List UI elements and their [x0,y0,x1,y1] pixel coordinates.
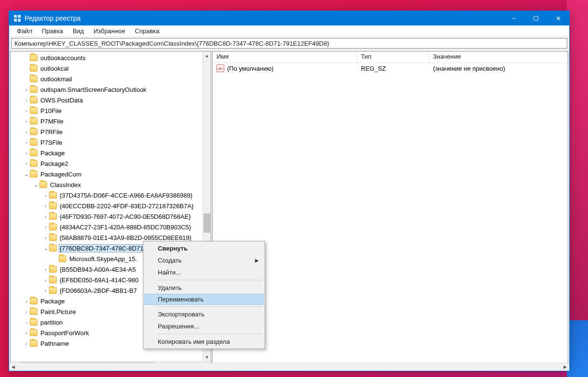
chevron-down-icon[interactable]: ⌄ [23,172,30,177]
tree-node[interactable]: ›{46F7D930-7697-4072-AC90-0E5D68D768AE} [11,211,211,222]
tree-node[interactable]: ⌄PackagedCom [11,169,211,179]
titlebar[interactable]: Редактор реестра − ☐ ✕ [9,11,569,25]
tree-node[interactable]: ›P7RFile [11,126,211,137]
tree-node-label: P7MFile [39,118,64,125]
context-menu-item[interactable]: Экспортировать [144,308,264,320]
tree-node-label: {40ECCDBB-2202-4FDF-83ED-272187326B7A} [59,202,194,210]
submenu-arrow-icon: ▶ [255,258,259,263]
tree-node-label: Paint.Picture [39,308,77,315]
menu-file[interactable]: Файл [12,26,37,36]
scroll-down-icon[interactable]: ▼ [203,353,211,361]
tree-node[interactable]: ›P7SFile [11,137,211,148]
menu-separator [158,334,263,334]
chevron-right-icon[interactable]: › [23,98,30,103]
value-name: (По умолчанию) [227,65,274,72]
folder-icon [30,54,38,61]
chevron-right-icon[interactable]: › [42,267,49,272]
chevron-down-icon[interactable]: ⌄ [33,182,39,188]
chevron-right-icon[interactable]: › [23,320,30,325]
folder-icon [30,65,38,72]
tree-node-label: outlookaccounts [39,54,87,62]
folder-icon [30,171,38,177]
tree-node-label: {FD06603A-2BDF-4BB1-B7 [59,287,138,294]
values-header: Имя Тип Значение [213,51,568,63]
tree-node-label: {EF6DE050-69A1-414C-980 [59,276,140,284]
folder-icon [49,234,57,241]
menu-view[interactable]: Вид [68,26,89,36]
chevron-right-icon[interactable]: › [42,193,49,198]
window-title: Редактор реестра [25,14,81,22]
maximize-button[interactable]: ☐ [525,11,547,25]
scroll-right-icon[interactable]: ▶ [561,363,568,370]
string-value-icon: ab [217,64,224,72]
chevron-right-icon[interactable]: › [23,140,30,145]
column-name[interactable]: Имя [213,51,357,63]
context-menu-item[interactable]: Свернуть [144,242,264,254]
tree-node-label: ClassIndex [49,181,82,188]
scroll-up-icon[interactable]: ▲ [203,51,211,60]
tree-node-label: {B55DB943-A00A-4E34-A5 [59,266,137,273]
tree-node[interactable]: ›P7MFile [11,116,211,126]
chevron-right-icon[interactable]: › [23,341,30,346]
chevron-right-icon[interactable]: › [23,119,30,124]
context-menu-item[interactable]: Удалить [144,282,264,294]
chevron-right-icon[interactable]: › [23,129,30,135]
chevron-right-icon[interactable]: › [23,330,30,336]
value-row[interactable]: ab (По умолчанию) REG_SZ (значение не пр… [213,63,568,74]
chevron-right-icon[interactable]: › [42,225,49,230]
chevron-right-icon[interactable]: › [42,214,49,219]
tree-node[interactable]: ›Package [11,148,211,158]
tree-node[interactable]: ›Package2 [11,158,211,169]
folder-icon [59,255,66,262]
folder-icon [30,298,38,304]
tree-node[interactable]: ⌄ClassIndex [11,179,211,190]
chevron-right-icon[interactable]: › [23,87,30,92]
address-bar[interactable]: Компьютер\HKEY_CLASSES_ROOT\PackagedCom\… [11,38,567,49]
close-button[interactable]: ✕ [547,11,569,25]
context-menu-item[interactable]: Найти... [144,266,264,278]
context-menu-item[interactable]: Переименовать [144,294,264,305]
context-menu-item[interactable]: Разрешения... [144,320,264,332]
column-value[interactable]: Значение [429,51,568,63]
tree-node[interactable]: ›outlspam.SmartScreenFactoryOutlook [11,84,211,95]
folder-icon [49,276,57,283]
chevron-right-icon[interactable]: › [23,108,30,113]
chevron-right-icon[interactable]: › [42,277,49,283]
chevron-right-icon[interactable]: › [42,203,49,209]
tree-node[interactable]: outlookaccounts [11,52,211,63]
tree-node[interactable]: ›{37D4375A-D06F-4CCE-A966-EA8AF9386989} [11,190,211,201]
chevron-right-icon[interactable]: › [23,299,30,304]
values-pane: Имя Тип Значение ab (По умолчанию) REG_S… [212,51,568,370]
tree-node[interactable]: ›{40ECCDBB-2202-4FDF-83ED-272187326B7A} [11,201,211,211]
folder-icon [49,266,57,273]
column-type[interactable]: Тип [357,51,429,63]
tree-node-label: Package2 [39,160,69,167]
menu-help[interactable]: Справка [130,26,164,36]
menu-edit[interactable]: Правка [37,26,68,36]
scroll-thumb[interactable] [204,214,210,233]
context-menu[interactable]: СвернутьСоздать▶Найти...УдалитьПереимено… [143,241,265,349]
folder-icon [30,128,38,135]
folder-icon [30,75,38,82]
context-menu-item[interactable]: Создать▶ [144,254,264,266]
chevron-down-icon[interactable]: ⌄ [42,246,49,251]
tree-node[interactable]: ›OWS.PostData [11,95,211,105]
chevron-right-icon[interactable]: › [42,288,49,293]
tree-node[interactable]: ›{4834AC27-23F1-420A-888D-85DC70B903C5} [11,222,211,232]
folder-icon [49,287,57,294]
chevron-right-icon[interactable]: › [23,309,30,314]
chevron-right-icon[interactable]: › [42,235,49,240]
tree-node-label: Package [39,298,66,305]
tree-node[interactable]: outlookmail [11,74,211,84]
menu-separator [158,306,263,307]
menu-favorites[interactable]: Избранное [89,26,130,36]
context-menu-item[interactable]: Копировать имя раздела [144,336,264,348]
values-scrollbar-horizontal[interactable]: ◀ ▶ [212,363,568,370]
folder-icon [30,107,38,114]
tree-node[interactable]: outlookcal [11,63,211,74]
chevron-right-icon[interactable]: › [23,151,30,156]
tree-node[interactable]: ›P10File [11,105,211,116]
chevron-right-icon[interactable]: › [23,161,30,166]
tree-node-label: Package [39,150,66,157]
minimize-button[interactable]: − [503,11,525,25]
